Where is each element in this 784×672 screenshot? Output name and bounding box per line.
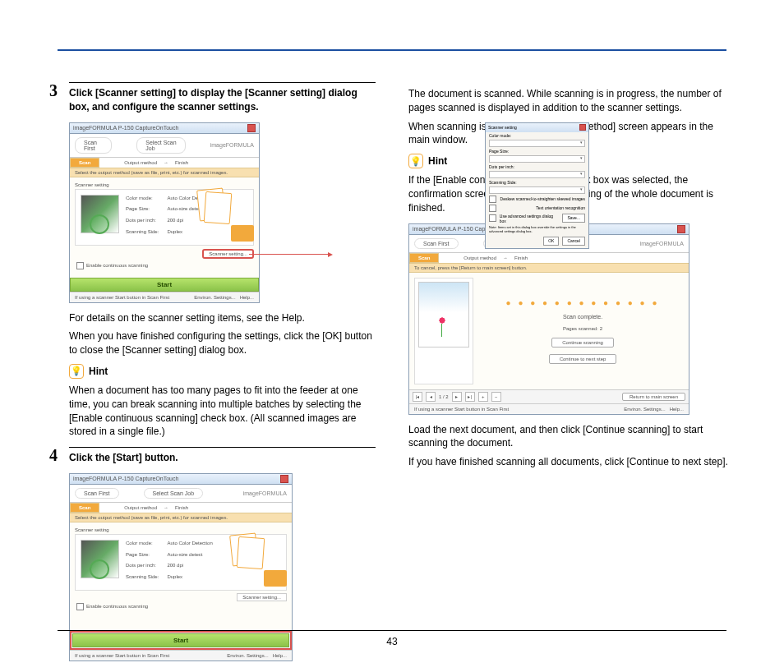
document-illustration [226,531,284,588]
scan-first-pill[interactable]: Scan First [75,488,119,499]
page-number: 43 [0,636,784,647]
brand-logo: imageFORMULA [243,490,287,496]
enable-continuous-checkbox[interactable] [76,603,84,610]
dlg-text-orient-checkbox[interactable] [489,205,496,212]
scanned-page-thumbnail[interactable] [418,282,469,348]
zoom-in-icon[interactable]: + [478,392,488,402]
help-button[interactable]: Help... [240,295,254,300]
enable-continuous-label: Enable continuous scanning [86,604,148,609]
tab-finish[interactable]: Finish [514,255,528,260]
hint-label: Hint [89,366,108,377]
tab-finish[interactable]: Finish [175,505,188,510]
tab-output[interactable]: Output method [124,505,157,510]
step-rule [69,82,376,83]
step-number-4: 4 [49,447,61,463]
page-indicator: 1 / 2 [439,394,449,399]
document-illustration [193,186,251,243]
start-button[interactable]: Start [70,278,259,292]
dlg-page-size-label: Page Size: [489,149,509,154]
prop-side-key: Scanning Side: [126,228,159,240]
pages-scanned-text: Pages scanned: 2 [563,326,602,331]
tab-finish[interactable]: Finish [175,160,188,165]
dlg-page-size-select[interactable] [489,155,585,163]
zoom-out-icon[interactable]: − [491,392,501,402]
left-column: 3 Click [Scanner setting] to display the… [49,82,376,672]
nav-next-icon[interactable]: ▸ [452,392,462,402]
step-3-screenshot: imageFORMULA P-150 CaptureOnTouch Scan F… [69,122,482,303]
enable-continuous-checkbox[interactable] [76,262,84,269]
prop-dpi-val: 200 dpi [167,562,212,573]
nav-prev-icon[interactable]: ◂ [426,392,436,402]
dlg-text-orient-label: Text orientation recognition [536,205,585,210]
select-job-pill[interactable]: Select Scan Job [136,137,185,154]
dlg-color-mode-label: Color mode: [489,133,511,138]
dlg-color-mode-select[interactable] [489,140,585,147]
preview-thumbnail [81,540,119,578]
window-title: imageFORMULA P-150 CaptureOnTouch [73,476,178,481]
help-button[interactable]: Help... [273,653,287,658]
prop-page-size-val: Auto-size detect [167,551,212,563]
brand-logo: imageFORMULA [210,142,254,148]
step-4-title: Click the [Start] button. [69,451,376,465]
step-3-hint-text: When a document has too many pages to fi… [69,384,376,439]
return-main-button[interactable]: Return to main screen [622,393,685,401]
dlg-save-button[interactable]: Save... [562,214,585,223]
dlg-side-label: Scanning Side: [489,180,517,185]
step-rule [69,447,376,448]
help-button[interactable]: Help... [670,407,684,412]
right-p1: The document is scanned. While scanning … [408,87,735,115]
env-settings-button[interactable]: Environ. Settings... [227,653,268,658]
dlg-note: Note: Items set in this dialog box overr… [489,225,585,233]
prop-page-size-key: Page Size: [126,205,159,217]
continue-scanning-button[interactable]: Continue scanning [551,338,614,348]
instruction-bar: Select the output method (save as file, … [70,168,259,177]
dlg-side-select[interactable] [489,186,585,194]
dlg-advanced-label: Use advanced settings dialog box [500,214,560,223]
dialog-title: Scanner setting [488,125,517,130]
dlg-advanced-checkbox[interactable] [489,214,496,222]
dialog-close-icon[interactable] [579,124,586,131]
right-after-2: If you have finished scanning all docume… [408,455,735,469]
footer-note: If using a scanner Start button in Scan … [75,653,169,658]
brand-logo: imageFORMULA [640,241,684,246]
tab-scan[interactable]: Scan [70,503,99,513]
prop-dpi-key: Dots per inch: [126,217,159,228]
dlg-deskew-checkbox[interactable] [489,196,496,203]
dlg-dpi-label: Dots per inch: [489,164,514,169]
continue-next-step-button[interactable]: Continue to next step [549,354,617,364]
footer-note: If using a scanner Start button in Scan … [414,407,509,412]
step-3-text-1: For details on the scanner setting items… [69,311,376,325]
env-settings-button[interactable]: Environ. Settings... [624,407,665,412]
top-rule [58,49,726,51]
callout-arrow-icon [249,254,330,255]
prop-page-size-key: Page Size: [126,551,159,563]
step-4-screenshot: imageFORMULA P-150 CaptureOnTouch Scan F… [69,473,376,661]
prop-color-mode-val: Auto Color Detection [167,540,212,551]
env-settings-button[interactable]: Environ. Settings... [194,295,235,300]
tab-scan[interactable]: Scan [70,158,99,168]
scanner-setting-button[interactable]: Scanner setting... [202,249,254,259]
scanner-setting-button[interactable]: Scanner setting... [237,593,287,601]
scanner-setting-dialog: Scanner setting Color mode: Page Size: D… [485,122,589,249]
nav-last-icon[interactable]: ▸| [465,392,475,402]
step-3-text-2: When you have finished configuring the s… [69,329,376,357]
prop-side-key: Scanning Side: [126,573,159,585]
instruction-bar: Select the output method (save as file, … [70,513,292,522]
select-job-pill[interactable]: Select Scan Job [144,488,204,499]
preview-thumbnail [81,195,119,233]
close-icon[interactable] [677,225,685,233]
dlg-cancel-button[interactable]: Cancel [562,237,585,246]
scan-first-pill[interactable]: Scan First [75,137,112,154]
tab-output[interactable]: Output method [124,160,157,165]
prop-color-mode-key: Color mode: [126,540,159,551]
prop-side-val: Duplex [167,573,212,585]
bottom-rule [58,630,726,631]
dlg-deskew-label: Deskew scanned-to-straighten skewed imag… [500,196,585,201]
dlg-ok-button[interactable]: OK [543,237,559,246]
dlg-dpi-select[interactable] [489,171,585,178]
close-icon[interactable] [280,475,288,483]
close-icon[interactable] [247,124,256,132]
right-after-1: Load the next document, and then click [… [408,423,735,451]
prop-dpi-key: Dots per inch: [126,562,159,573]
nav-first-icon[interactable]: |◂ [413,392,422,402]
